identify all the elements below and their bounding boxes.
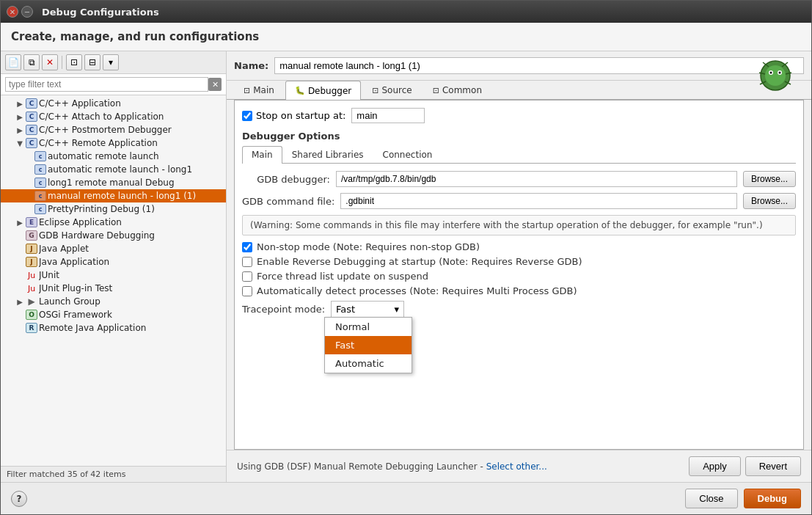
gdb-command-file-input[interactable] xyxy=(340,193,737,209)
select-other-link[interactable]: Select other... xyxy=(486,461,547,472)
search-clear-button[interactable]: ✕ xyxy=(208,78,222,91)
tab-source-label: Source xyxy=(382,85,412,95)
tab-source[interactable]: ⊡ Source xyxy=(362,81,421,99)
collapse-button[interactable]: ⊟ xyxy=(84,54,100,70)
icon-osgi: O xyxy=(26,310,37,320)
reverse-debug-checkbox[interactable] xyxy=(242,257,252,267)
inner-tab-connection-label: Connection xyxy=(383,150,433,160)
close-window-button[interactable]: ✕ xyxy=(7,6,18,18)
tree-item-auto-remote-long1[interactable]: ▶ c automatic remote launch - long1 xyxy=(1,163,226,176)
non-stop-checkbox[interactable] xyxy=(242,242,252,252)
tracepoint-dropdown[interactable]: Fast ▾ xyxy=(331,301,404,318)
label-auto-remote-long1: automatic remote launch - long1 xyxy=(48,164,222,175)
label-remote-java: Remote Java Application xyxy=(39,323,222,333)
new-config-button[interactable]: 📄 xyxy=(5,54,21,70)
force-thread-label: Force thread list update on suspend xyxy=(257,271,428,282)
tab-debugger[interactable]: 🐛 Debugger xyxy=(285,81,361,100)
menu-button[interactable]: ▾ xyxy=(103,54,119,70)
label-java-applet: Java Applet xyxy=(39,244,222,254)
tree-item-remote-java[interactable]: ▶ R Remote Java Application xyxy=(1,321,226,335)
help-button[interactable]: ? xyxy=(11,491,27,507)
tree-item-cpp-postmortem[interactable]: ▶ C C/C++ Postmortem Debugger xyxy=(1,123,226,136)
force-thread-row: Force thread list update on suspend xyxy=(242,271,796,282)
label-long1-remote: long1 remote manual Debug xyxy=(48,178,222,188)
name-input[interactable] xyxy=(274,57,804,74)
tab-common[interactable]: ⊡ Common xyxy=(423,81,491,99)
footer-actions: Close Debug xyxy=(685,489,801,508)
tab-debugger-label: Debugger xyxy=(308,86,351,96)
tree-item-cpp-app[interactable]: ▶ C C/C++ Application xyxy=(1,97,226,110)
inner-tab-shared-libs[interactable]: Shared Libraries xyxy=(282,146,373,163)
label-junit: JUnit xyxy=(39,270,222,280)
auto-detect-checkbox[interactable] xyxy=(242,286,252,296)
inner-tab-connection[interactable]: Connection xyxy=(373,146,442,163)
arrow-cpp-app: ▶ xyxy=(15,100,24,108)
tree-item-java-applet[interactable]: ▶ J Java Applet xyxy=(1,242,226,255)
force-thread-checkbox[interactable] xyxy=(242,271,252,282)
tab-main[interactable]: ⊡ Main xyxy=(234,81,284,99)
label-gdb-hardware: GDB Hardware Debugging xyxy=(39,230,222,241)
inner-tab-main[interactable]: Main xyxy=(242,146,282,164)
tree-area: ▶ C C/C++ Application ▶ C C/C++ Attach t… xyxy=(1,95,226,466)
tree-item-launch-group[interactable]: ▶ ▶ Launch Group xyxy=(1,295,226,308)
icon-cpp-remote: C xyxy=(26,138,37,148)
tab-content-debugger: Stop on startup at: Debugger Options Mai… xyxy=(234,100,804,450)
filter-button[interactable]: ⊡ xyxy=(66,54,82,70)
tab-main-label: Main xyxy=(253,85,274,95)
label-cpp-postmortem: C/C++ Postmortem Debugger xyxy=(39,125,222,135)
dropdown-option-fast[interactable]: Fast xyxy=(325,336,412,354)
reverse-debug-label: Enable Reverse Debugging at startup (Not… xyxy=(257,256,582,267)
icon-junit: Ju xyxy=(26,270,37,280)
tracepoint-label: Tracepoint mode: xyxy=(242,304,325,315)
tree-item-cpp-attach[interactable]: ▶ C C/C++ Attach to Application xyxy=(1,110,226,123)
gdb-debugger-input[interactable] xyxy=(336,171,737,187)
icon-eclipse-app: E xyxy=(26,217,37,227)
tree-item-junit[interactable]: ▶ Ju JUnit xyxy=(1,269,226,282)
name-label: Name: xyxy=(234,60,268,71)
tree-item-auto-remote[interactable]: ▶ c automatic remote launch xyxy=(1,150,226,163)
tree-item-cpp-remote[interactable]: ▼ C C/C++ Remote Application xyxy=(1,136,226,150)
debug-button[interactable]: Debug xyxy=(744,489,801,508)
stop-on-startup-text: Stop on startup at: xyxy=(256,110,345,121)
tree-item-eclipse-app[interactable]: ▶ E Eclipse Application xyxy=(1,216,226,229)
header-title: Create, manage, and run configurations xyxy=(11,30,801,43)
tab-common-label: Common xyxy=(442,85,482,95)
stop-on-startup-checkbox[interactable] xyxy=(242,111,252,121)
stop-on-startup-input[interactable] xyxy=(351,108,425,123)
right-panel: Name: ⊡ Main 🐛 Debugger ⊡ Source ⊡ xyxy=(227,51,811,482)
arrow-launch-group: ▶ xyxy=(15,298,24,306)
footer-bar: ? Close Debug xyxy=(1,482,811,514)
non-stop-label: Non-stop mode (Note: Requires non-stop G… xyxy=(257,241,480,252)
search-input[interactable] xyxy=(5,77,208,92)
revert-button[interactable]: Revert xyxy=(745,456,801,476)
dropdown-option-normal[interactable]: Normal xyxy=(325,318,412,336)
dropdown-option-automatic[interactable]: Automatic xyxy=(325,354,412,373)
window-controls: ✕ − xyxy=(7,6,33,18)
stop-on-startup-row: Stop on startup at: xyxy=(242,108,796,123)
label-prettyprinting: PrettyPrinting Debug (1) xyxy=(48,204,222,214)
label-java-app: Java Application xyxy=(39,257,222,267)
icon-junit-plugin: Ju xyxy=(26,283,37,293)
close-button[interactable]: Close xyxy=(685,489,737,508)
duplicate-button[interactable]: ⧉ xyxy=(23,54,40,70)
tab-main-icon: ⊡ xyxy=(244,86,250,95)
arrow-cpp-postmortem: ▶ xyxy=(15,126,24,134)
main-tabs: ⊡ Main 🐛 Debugger ⊡ Source ⊡ Common xyxy=(227,81,811,100)
tree-item-long1-remote[interactable]: ▶ c long1 remote manual Debug xyxy=(1,176,226,189)
tree-item-java-app[interactable]: ▶ J Java Application xyxy=(1,255,226,269)
minimize-button[interactable]: − xyxy=(21,6,33,18)
tree-item-junit-plugin[interactable]: ▶ Ju JUnit Plug-in Test xyxy=(1,282,226,295)
tree-item-osgi[interactable]: ▶ O OSGi Framework xyxy=(1,308,226,321)
apply-button[interactable]: Apply xyxy=(689,456,741,476)
tree-item-gdb-hardware[interactable]: ▶ G GDB Hardware Debugging xyxy=(1,229,226,242)
gdb-command-file-label: GDB command file: xyxy=(242,196,334,207)
arrow-eclipse-app: ▶ xyxy=(15,219,24,227)
tracepoint-row: Tracepoint mode: Fast ▾ Normal Fast Auto… xyxy=(242,301,796,318)
gdb-command-browse-button[interactable]: Browse... xyxy=(743,193,796,209)
tree-item-manual-remote[interactable]: ▶ c manual remote launch - long1 (1) xyxy=(1,189,226,202)
tree-item-prettyprinting[interactable]: ▶ c PrettyPrinting Debug (1) xyxy=(1,202,226,216)
delete-button[interactable]: ✕ xyxy=(42,54,58,70)
label-cpp-app: C/C++ Application xyxy=(39,98,222,109)
gdb-debugger-browse-button[interactable]: Browse... xyxy=(743,171,796,187)
tab-source-icon: ⊡ xyxy=(372,86,378,95)
